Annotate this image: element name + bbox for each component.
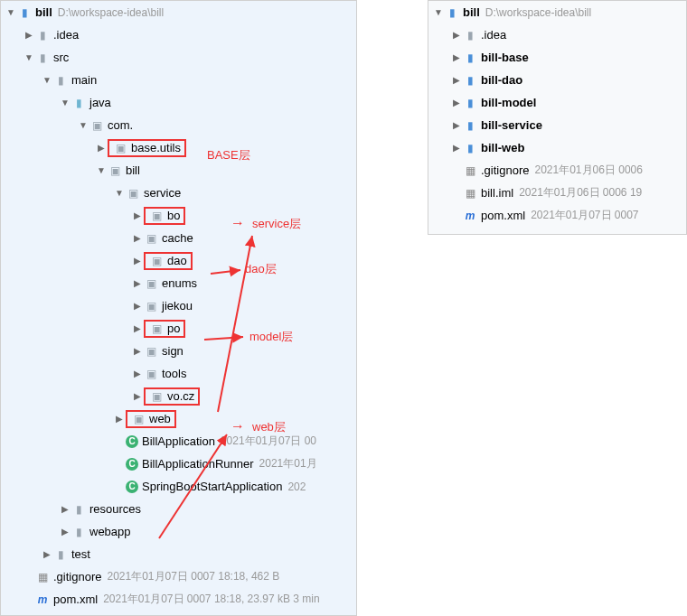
tree-row-billservice[interactable]: ▶ ▮ bill-service <box>428 114 686 136</box>
package-icon: ▣ <box>149 254 164 268</box>
package-icon: ▣ <box>144 231 158 246</box>
folder-icon: ▮ <box>463 28 477 42</box>
maven-icon: m <box>463 209 477 223</box>
package-icon: ▣ <box>149 209 164 223</box>
chevron-right-icon[interactable]: ▶ <box>450 98 463 107</box>
chevron-down-icon[interactable]: ▼ <box>432 7 445 17</box>
tree-row-java[interactable]: ▼ ▮ java <box>1 91 356 114</box>
tree-row-enums[interactable]: ▶ ▣ enums <box>1 272 356 294</box>
tree-row-billdao[interactable]: ▶ ▮ bill-dao <box>428 69 686 91</box>
chevron-right-icon[interactable]: ▶ <box>59 504 71 514</box>
chevron-right-icon[interactable]: ▶ <box>131 391 144 401</box>
package-icon: ▣ <box>144 344 158 359</box>
chevron-right-icon[interactable]: ▶ <box>450 120 463 130</box>
highlight-box: ▣ bo <box>144 207 185 225</box>
chevron-right-icon[interactable]: ▶ <box>113 414 126 424</box>
tree-row-baseutils[interactable]: ▶ ▣ base.utils <box>1 136 356 159</box>
chevron-right-icon[interactable]: ▶ <box>131 346 144 356</box>
highlight-box: ▣ vo.cz <box>144 387 200 406</box>
tree-row-vocz[interactable]: ▶ ▣ vo.cz <box>1 385 356 407</box>
chevron-down-icon[interactable]: ▼ <box>95 165 108 175</box>
folder-icon: ▮ <box>53 547 68 562</box>
package-icon: ▣ <box>149 322 164 336</box>
chevron-right-icon[interactable]: ▶ <box>131 233 144 243</box>
chevron-down-icon[interactable]: ▼ <box>77 120 89 130</box>
folder-icon: ▮ <box>71 525 86 539</box>
tree-row-service[interactable]: ▼ ▣ service <box>1 182 356 204</box>
tree-row-tools[interactable]: ▶ ▣ tools <box>1 362 356 385</box>
chevron-right-icon[interactable]: ▶ <box>131 323 144 333</box>
chevron-right-icon[interactable]: ▶ <box>131 369 144 378</box>
chevron-right-icon[interactable]: ▶ <box>41 549 53 559</box>
root-name: bill <box>35 5 52 19</box>
package-icon: ▣ <box>144 367 158 381</box>
tree-row-billbase[interactable]: ▶ ▮ bill-base <box>428 46 686 69</box>
tree-row-root[interactable]: ▼ ▮ bill D:\workspace-idea\bill <box>428 1 686 23</box>
tree-row-bo[interactable]: ▶ ▣ bo <box>1 204 356 227</box>
package-icon: ▣ <box>149 389 164 404</box>
chevron-down-icon[interactable]: ▼ <box>5 7 17 17</box>
tree-row-idea[interactable]: ▶ ▮ .idea <box>428 23 686 46</box>
chevron-right-icon[interactable]: ▶ <box>450 52 463 62</box>
iml-icon: ▦ <box>463 186 477 201</box>
chevron-right-icon[interactable]: ▶ <box>131 301 144 311</box>
folder-icon: ▮ <box>53 73 68 88</box>
chevron-right-icon[interactable]: ▶ <box>131 278 144 288</box>
tree-row-springboot[interactable]: ▶ C SpringBootStartApplication 202 <box>1 475 356 498</box>
class-icon: C <box>126 435 138 448</box>
tree-row-bill[interactable]: ▼ ▣ bill <box>1 159 356 182</box>
package-icon: ▣ <box>108 163 122 178</box>
tree-row-billweb[interactable]: ▶ ▮ bill-web <box>428 136 686 159</box>
package-icon: ▣ <box>144 299 158 313</box>
chevron-right-icon[interactable]: ▶ <box>131 210 144 220</box>
tree-row-pom[interactable]: ▶ m pom.xml 2021年01月07日 0007 18:18, 23.9… <box>1 588 356 611</box>
package-icon: ▣ <box>126 186 140 201</box>
chevron-right-icon[interactable]: ▶ <box>23 30 35 40</box>
highlight-box: ▣ dao <box>144 252 193 270</box>
tree-row-gitignore[interactable]: ▶ ▦ .gitignore 2021年01月06日 0006 <box>428 159 686 182</box>
gitignore-icon: ▦ <box>35 570 50 584</box>
package-icon: ▣ <box>131 412 146 426</box>
maven-icon: m <box>35 593 50 607</box>
tree-row-test[interactable]: ▶ ▮ test <box>1 543 356 565</box>
tree-row-pom[interactable]: ▶ m pom.xml 2021年01月07日 0007 <box>428 204 686 227</box>
tree-row-root[interactable]: ▼ ▮ bill D:\workspace-idea\bill <box>1 1 356 23</box>
tree-row-jiekou[interactable]: ▶ ▣ jiekou <box>1 294 356 317</box>
tree-row-cache[interactable]: ▶ ▣ cache <box>1 227 356 249</box>
tree-row-billmodel[interactable]: ▶ ▮ bill-model <box>428 91 686 114</box>
chevron-right-icon[interactable]: ▶ <box>95 143 108 153</box>
chevron-down-icon[interactable]: ▼ <box>23 52 35 62</box>
tree-row-billapprunner[interactable]: ▶ C BillApplicationRunner 2021年01月 <box>1 453 356 475</box>
tree-row-webapp[interactable]: ▶ ▮ webapp <box>1 520 356 543</box>
tree-row-main[interactable]: ▼ ▮ main <box>1 69 356 91</box>
gitignore-icon: ▦ <box>463 163 477 178</box>
class-icon: C <box>126 481 138 493</box>
highlight-box: ▣ base.utils <box>108 139 186 157</box>
chevron-down-icon[interactable]: ▼ <box>41 75 53 85</box>
chevron-down-icon[interactable]: ▼ <box>59 98 71 107</box>
tree-row-gitignore[interactable]: ▶ ▦ .gitignore 2021年01月07日 0007 18:18, 4… <box>1 565 356 588</box>
tree-row-billapp[interactable]: ▶ C BillApplication 2021年01月07日 00 <box>1 430 356 453</box>
tree-row-src[interactable]: ▼ ▮ src <box>1 46 356 69</box>
tree-row-com[interactable]: ▼ ▣ com. <box>1 114 356 136</box>
tree-row-web[interactable]: ▶ ▣ web <box>1 407 356 430</box>
tree-row-dao[interactable]: ▶ ▣ dao <box>1 249 356 272</box>
chevron-right-icon[interactable]: ▶ <box>59 527 71 537</box>
tree-row-sign[interactable]: ▶ ▣ sign <box>1 340 356 362</box>
chevron-right-icon[interactable]: ▶ <box>450 75 463 85</box>
chevron-right-icon[interactable]: ▶ <box>450 143 463 153</box>
chevron-right-icon[interactable]: ▶ <box>450 30 463 40</box>
root-path: D:\workspace-idea\bill <box>58 6 164 19</box>
chevron-down-icon[interactable]: ▼ <box>113 188 126 198</box>
tree-row-idea[interactable]: ▶ ▮ .idea <box>1 23 356 46</box>
chevron-right-icon[interactable]: ▶ <box>131 256 144 266</box>
folder-icon: ▮ <box>35 51 50 65</box>
package-icon: ▣ <box>144 276 158 291</box>
tree-row-resources[interactable]: ▶ ▮ resources <box>1 498 356 520</box>
tree-row-billiml[interactable]: ▶ ▦ bill.iml 2021年01月06日 0006 19 <box>428 182 686 204</box>
module-folder-icon: ▮ <box>463 96 477 110</box>
right-tree-panel: ▼ ▮ bill D:\workspace-idea\bill ▶ ▮ .ide… <box>428 0 687 235</box>
left-tree-panel: ▼ ▮ bill D:\workspace-idea\bill ▶ ▮ .ide… <box>0 0 357 616</box>
tree-row-po[interactable]: ▶ ▣ po <box>1 317 356 340</box>
class-icon: C <box>126 458 138 471</box>
